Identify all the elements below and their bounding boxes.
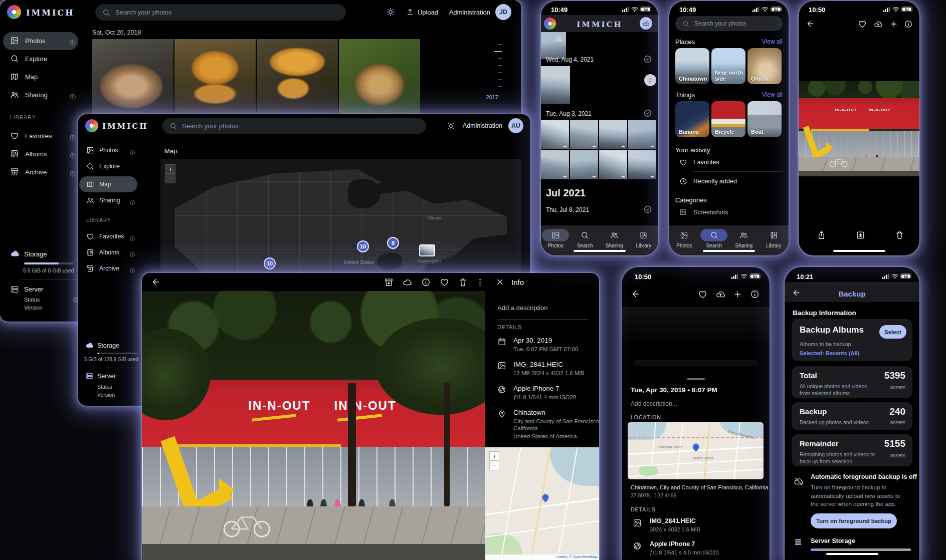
photo-viewer[interactable]: IN-N-OUT IN-N-OUT [142,291,485,560]
sidebar-item-photos[interactable]: Photos [86,146,118,154]
heart-icon[interactable] [858,20,867,29]
photo-viewer-dark[interactable] [622,307,770,366]
thing-card[interactable]: Bicycle [711,101,745,137]
photo-tile[interactable] [174,39,256,115]
info-icon[interactable] [421,277,431,287]
map-cluster[interactable]: 10 [357,240,369,252]
zoom-out-button[interactable]: − [165,174,175,183]
photo-tile[interactable] [570,150,598,179]
location-map[interactable]: The Embarcadero Jefferson Street Beach S… [628,422,764,479]
map-cluster[interactable]: 8 [387,237,399,249]
photo-tile[interactable] [541,32,566,59]
plus-icon[interactable] [733,290,742,299]
theme-toggle-icon[interactable] [447,122,455,130]
photo-tile[interactable] [599,120,627,149]
info-icon[interactable] [129,251,135,257]
trash-icon[interactable] [895,230,904,240]
turn-on-backup-button[interactable]: Turn on foreground backup [811,513,897,528]
info-icon[interactable] [69,134,76,141]
download-cloud-icon[interactable] [403,277,412,287]
sidebar-item-favorites[interactable]: Favorites [10,131,52,140]
sidebar-item-explore[interactable]: Explore [86,162,120,170]
avatar[interactable]: JD [495,4,511,20]
search-input[interactable]: Search your photos [162,118,426,134]
tab-library[interactable]: Library [759,229,789,248]
select-check-icon[interactable] [643,205,652,214]
description-input[interactable]: Add a description [497,304,547,312]
avatar[interactable]: AU [508,118,523,133]
back-icon[interactable] [806,19,815,29]
place-card[interactable]: Omaha [747,48,782,84]
cloud-upload-icon[interactable] [874,20,883,29]
search-input[interactable]: Search your photos [95,4,346,21]
select-button[interactable]: Select [879,325,906,339]
administration-link[interactable]: Administration [449,9,490,16]
tab-sharing[interactable]: Sharing [600,229,629,248]
sidebar-item-map[interactable]: Map [86,180,111,188]
place-card[interactable]: Near north side [711,48,745,84]
tab-photos[interactable]: Photos [669,229,699,248]
activity-favorites[interactable]: Favorites [693,159,719,166]
plus-icon[interactable] [889,20,898,29]
photo-tile[interactable] [628,150,656,179]
photo-tile[interactable] [339,39,420,115]
sidebar-item-favorites[interactable]: Favorites [86,232,124,240]
tab-search[interactable]: Search [571,229,600,248]
info-icon[interactable] [129,149,135,155]
save-to-device-icon[interactable] [856,230,865,240]
photo-tile[interactable] [541,120,569,149]
photo-tile[interactable] [599,150,627,179]
photo-tile[interactable] [92,39,173,115]
info-icon[interactable] [129,199,135,205]
administration-link[interactable]: Administration [463,122,502,129]
upload-icon[interactable] [406,8,414,16]
info-icon[interactable] [69,152,76,159]
tab-library[interactable]: Library [629,229,659,248]
back-icon[interactable] [792,288,801,298]
share-icon[interactable] [817,230,826,240]
place-card[interactable]: Chinatown [675,48,709,84]
timeline-scroll-thumb[interactable] [644,74,656,86]
info-icon[interactable] [69,93,76,100]
info-icon[interactable] [750,290,760,299]
zoom-in-button[interactable]: + [489,451,499,461]
photo-tile[interactable] [541,150,569,179]
more-options-icon[interactable] [475,277,485,287]
map-zoom-control[interactable]: + − [489,451,499,470]
backup-avatar[interactable] [640,17,652,30]
tab-sharing[interactable]: Sharing [729,229,759,248]
zoom-out-button[interactable]: − [489,461,499,470]
photo-viewer[interactable]: IN-N-OUT IN-N-OUT [799,81,919,176]
info-icon[interactable] [129,267,135,273]
tab-search[interactable]: Search [699,229,729,248]
sidebar-item-albums[interactable]: Albums [86,248,119,256]
close-icon[interactable] [495,277,504,287]
upload-button[interactable]: Upload [418,9,438,16]
sidebar-item-explore[interactable]: Explore [10,54,47,63]
description-input[interactable]: Add description... [631,400,677,407]
sidebar-item-map[interactable]: Map [10,72,38,81]
photo-tile[interactable] [628,120,656,149]
info-icon[interactable] [69,39,76,46]
info-icon[interactable] [129,235,135,241]
sidebar-item-archive[interactable]: Archive [86,264,119,272]
cloud-upload-icon[interactable] [716,290,725,299]
heart-icon[interactable] [440,277,449,287]
sidebar-item-albums[interactable]: Albums [10,149,47,158]
map-cluster[interactable]: 10 [264,257,276,269]
tab-photos[interactable]: Photos [541,229,571,248]
photo-tile[interactable] [541,66,570,104]
theme-toggle-icon[interactable] [386,8,395,17]
photo-tile[interactable] [570,120,598,149]
trash-icon[interactable] [458,277,468,287]
select-check-icon[interactable] [643,55,652,64]
info-map[interactable]: + − Leaflet | © OpenStreetMap [485,447,599,560]
photo-tile[interactable] [257,39,338,115]
search-input[interactable]: Search your photos [675,16,783,31]
map-photo-marker[interactable] [419,244,435,256]
sidebar-item-sharing[interactable]: Sharing [10,90,48,99]
film-strip[interactable] [634,360,758,366]
sidebar-item-sharing[interactable]: Sharing [86,196,120,204]
view-all-link[interactable]: View all [762,91,783,98]
heart-icon[interactable] [698,290,707,299]
